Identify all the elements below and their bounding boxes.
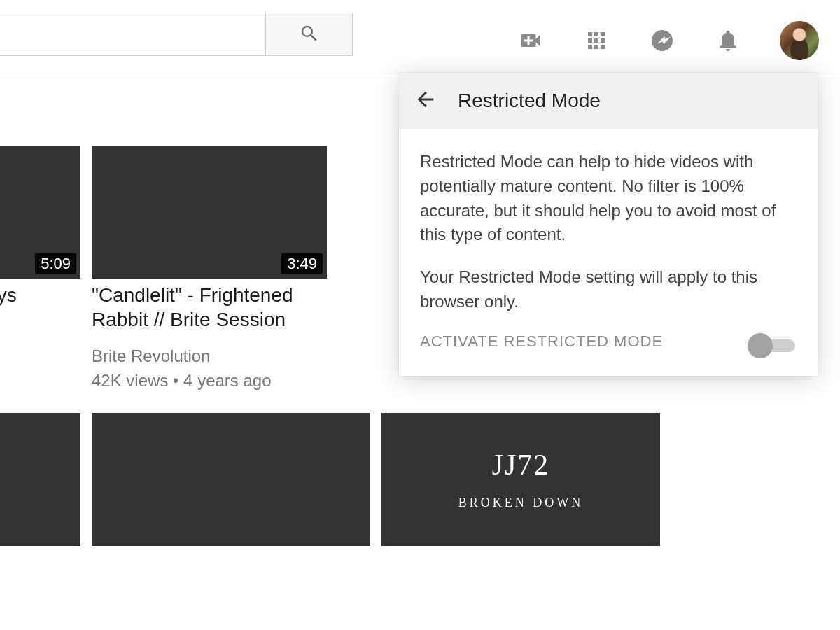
panel-title: Restricted Mode [458, 90, 601, 112]
panel-description-secondary: Your Restricted Mode setting will apply … [420, 265, 797, 314]
video-duration: 5:09 [35, 253, 76, 274]
account-avatar[interactable] [780, 21, 819, 60]
video-title: Days [0, 283, 80, 307]
video-thumbnail[interactable] [0, 413, 80, 546]
toggle-row: ACTIVATE RESTRICTED MODE [420, 332, 797, 351]
panel-description: Restricted Mode can help to hide videos … [420, 150, 797, 247]
overlay-title: JJ72 [492, 448, 550, 482]
restricted-mode-toggle[interactable] [748, 333, 797, 350]
thumbnail-image: JJ72 BROKEN DOWN [382, 413, 660, 546]
overlay-subtitle: BROKEN DOWN [458, 496, 584, 510]
panel-body: Restricted Mode can help to hide videos … [399, 129, 818, 376]
video-channel[interactable]: Brite Revolution [92, 344, 327, 369]
video-thumbnail[interactable]: 5:09 [0, 146, 80, 279]
create-icon[interactable] [517, 27, 545, 55]
restricted-mode-panel: Restricted Mode Restricted Mode can help… [399, 73, 818, 376]
panel-header: Restricted Mode [399, 73, 818, 129]
back-button[interactable] [409, 84, 442, 118]
video-meta: go [0, 320, 80, 344]
search-bar [0, 13, 353, 56]
thumbnail-image [92, 413, 370, 546]
topbar-actions [517, 21, 819, 60]
top-bar [0, 0, 840, 78]
search-button[interactable] [266, 13, 353, 56]
arrow-back-icon [414, 88, 438, 114]
video-title: "Candlelit" - Frightened Rabbit // Brite… [92, 283, 327, 332]
switch-knob [748, 333, 773, 358]
share-icon[interactable] [648, 27, 676, 55]
video-card[interactable]: 5:09 Days go [0, 146, 80, 393]
notifications-icon[interactable] [714, 27, 742, 55]
apps-icon[interactable] [582, 27, 610, 55]
video-thumbnail[interactable]: 3:49 [92, 146, 327, 279]
video-duration: 3:49 [281, 253, 323, 274]
video-meta: 42K views • 4 years ago [92, 369, 327, 393]
search-icon [299, 23, 320, 46]
search-input[interactable] [0, 13, 266, 56]
video-card[interactable]: 3:49 "Candlelit" - Frightened Rabbit // … [92, 146, 327, 393]
video-thumbnail[interactable]: JJ72 BROKEN DOWN [382, 413, 660, 546]
thumbnail-image [0, 413, 80, 546]
video-thumbnail[interactable] [92, 413, 370, 546]
toggle-label: ACTIVATE RESTRICTED MODE [420, 332, 663, 351]
video-row: JJ72 BROKEN DOWN [0, 413, 840, 546]
